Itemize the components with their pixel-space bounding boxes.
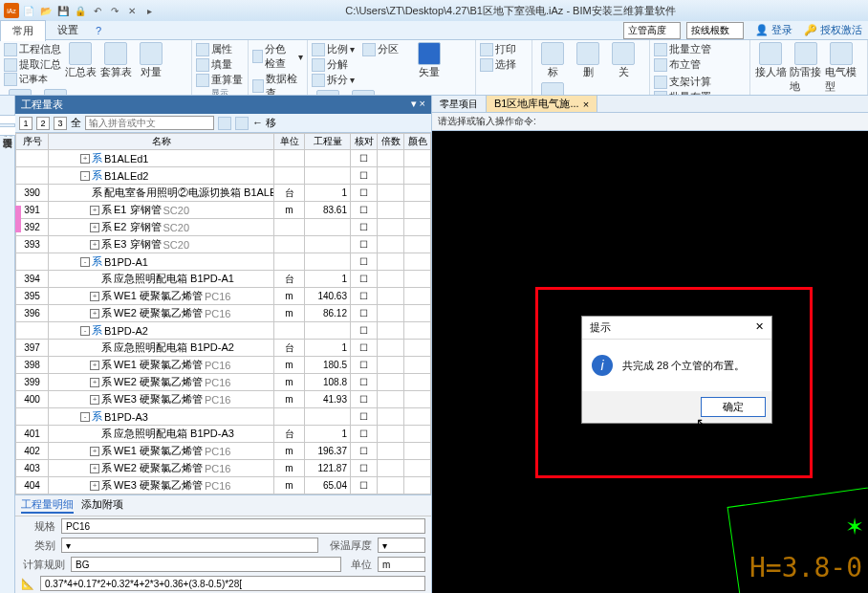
search-input[interactable] (85, 116, 214, 130)
table-row[interactable]: -系 B1PD-A3 ☐ (16, 408, 431, 426)
dialog-close-icon[interactable]: ✕ (755, 320, 764, 335)
table-row[interactable]: 393 +系 E3 穿钢管 SC20 ☐ (16, 236, 431, 253)
table-row[interactable]: +系 B1ALEd1 ☐ (16, 150, 431, 167)
rb-explode[interactable]: 分解 (312, 57, 359, 72)
table-row[interactable]: 401 系 应急照明配电箱 B1PD-A3 台1 ☐ (16, 426, 431, 443)
qat-btn[interactable]: 📄 (21, 3, 36, 18)
quick-access-toolbar: iAz 📄 📂 💾 🔒 ↶ ↷ ✕ ▸ (4, 3, 157, 18)
panel-close-icon[interactable]: ▾ × (411, 98, 425, 112)
field-spec[interactable]: PC16 (61, 518, 425, 534)
table-row[interactable]: 403 +系 WE2 硬聚氯乙烯管 PC16 m121.87 ☐ (16, 460, 431, 477)
table-row[interactable]: -系 B1ALEd2 ☐ (16, 167, 431, 185)
tab-help-icon[interactable]: ? (90, 25, 107, 36)
col-color: 颜色 (404, 134, 431, 150)
col-check: 核对 (351, 134, 378, 150)
rb-datacheck[interactable]: 数据检查 (252, 72, 303, 96)
move-icon[interactable]: ← 移 (252, 116, 276, 130)
rb-attr[interactable]: 属性 (196, 42, 244, 56)
qat-btn[interactable]: ✕ (124, 3, 140, 18)
table-row[interactable]: 396 +系 WE2 硬聚氯乙烯管 PC16 m86.12 ☐ (16, 305, 431, 322)
qat-btn[interactable]: 💾 (55, 3, 71, 18)
rb-colorcheck[interactable]: 分色检查▾ (252, 42, 303, 71)
rb-del[interactable]: 删 (572, 42, 604, 79)
table-row[interactable]: -系 B1PD-A1 ☐ (16, 253, 431, 271)
qat-btn[interactable]: ↷ (107, 3, 122, 18)
rb-zone[interactable]: 分区 (362, 42, 410, 56)
rb-scale[interactable]: 比例▾ (312, 42, 359, 56)
rb-external[interactable]: 外部工程 (4, 89, 36, 96)
rb-lightning[interactable]: 防雷接地 (790, 42, 822, 94)
rb-notes[interactable]: 记事本 (4, 73, 61, 86)
rb-mark[interactable]: 标 (536, 42, 569, 79)
command-line[interactable]: 请选择或输入操作命令: (432, 113, 868, 131)
table-row[interactable]: 390 系 配电室备用照明②电源切换箱 B1ALEd2 台1 ☐ (16, 185, 431, 202)
message-dialog: 提示 ✕ i 共完成 28 个立管的布置。 确定 (581, 316, 772, 424)
rb-extract[interactable]: 提取汇总 (4, 57, 61, 72)
col-name: 名称 (49, 134, 274, 150)
qat-btn[interactable]: ▸ (141, 3, 157, 18)
rb-fill[interactable]: 填量 (196, 57, 244, 72)
doc-tab-active[interactable]: B1区地库电气施... × (487, 96, 597, 112)
login-button[interactable]: 👤 登录 (749, 23, 798, 37)
rb-split[interactable]: 拆分▾ (312, 73, 359, 87)
table-row[interactable]: 391 +系 E1 穿钢管 SC20 m83.61 ☐ (16, 202, 431, 219)
search-icon[interactable] (218, 117, 231, 130)
rb-emodel[interactable]: 电气模型 (825, 42, 857, 94)
field-formula[interactable]: 0.37*4+0.17*2+0.32*4+2*3+0.36+(3.8-0.5)*… (40, 576, 425, 591)
all-icon[interactable]: 全 (71, 116, 81, 130)
rb-pipe[interactable]: 布立管 (654, 57, 711, 72)
quantity-grid[interactable]: 序号 名称 单位 工程量 核对 倍数 颜色 +系 B1ALEd1 ☐ -系 B1… (15, 133, 431, 494)
ribbon-tabs: 常用 设置 ? 立管高度 按线根数 👤 登录 🔑 授权激活 (0, 21, 868, 40)
col-qty: 工程量 (305, 134, 351, 150)
rb-close[interactable]: 关 (607, 42, 640, 79)
table-row[interactable]: 394 系 应急照明配电箱 B1PD-A1 台1 ☐ (16, 271, 431, 288)
field-cat[interactable]: ▾ (61, 538, 318, 553)
level-3[interactable]: 3 (54, 117, 67, 130)
rb-compare[interactable]: 对量 (135, 42, 167, 79)
combo-pipe-height[interactable]: 立管高度 (623, 22, 681, 39)
qat-btn[interactable]: 🔒 (73, 3, 88, 18)
level-1[interactable]: 1 (19, 117, 33, 130)
vtab-block[interactable]: 图块管理 (0, 126, 16, 136)
doc-tab[interactable]: 零星项目 (432, 96, 487, 112)
field-rule[interactable]: BG (71, 557, 341, 572)
level-2[interactable]: 2 (36, 117, 50, 130)
rb-recalc[interactable]: 重算量 (196, 73, 244, 87)
table-row[interactable]: 392 +系 E2 穿钢管 SC20 ☐ (16, 219, 431, 236)
table-row[interactable]: 397 系 应急照明配电箱 B1PD-A2 台1 ☐ (16, 340, 431, 357)
field-ins[interactable]: ▾ (378, 538, 425, 553)
rb-batchpipe[interactable]: 批量立管 (654, 42, 711, 56)
vtab-project[interactable]: 项目管理 (0, 115, 16, 124)
table-row[interactable]: 395 +系 WE1 硬聚氯乙烯管 PC16 m140.63 ☐ (16, 288, 431, 305)
tab-close-icon[interactable]: × (583, 99, 589, 110)
qat-btn[interactable]: ↶ (90, 3, 105, 18)
table-row[interactable]: 399 +系 WE2 硬聚氯乙烯管 PC16 m108.8 ☐ (16, 374, 431, 391)
lbl-unit: 单位 (347, 558, 372, 572)
rb-3d[interactable]: 三维管线 (39, 89, 72, 96)
field-unit[interactable]: m (378, 557, 425, 572)
rb-vector[interactable]: 矢量 (413, 42, 445, 79)
table-row[interactable]: 402 +系 WE1 硬聚氯乙烯管 PC16 m196.37 ☐ (16, 443, 431, 460)
table-row[interactable]: 398 +系 WE1 硬聚氯乙烯管 PC16 m180.5 ☐ (16, 357, 431, 374)
rb-print[interactable]: 打印 (480, 42, 528, 56)
combo-line-count[interactable]: 按线根数 (686, 22, 744, 39)
table-row[interactable]: 400 +系 WE3 硬聚氯乙烯管 PC16 m41.93 ☐ (16, 391, 431, 408)
rb-area[interactable]: 区域 (536, 82, 569, 96)
table-row[interactable]: -系 B1PD-A2 ☐ (16, 322, 431, 340)
rb-wall[interactable]: 接人墙 (754, 42, 787, 79)
ribbon: 工程信息 提取汇总 记事本 汇总表 套算表 对量 外部工程 三维管线 工程 属性… (0, 40, 868, 96)
rb-project-info[interactable]: 工程信息 (4, 42, 61, 56)
refresh-icon[interactable] (235, 117, 249, 130)
tab-common[interactable]: 常用 (0, 20, 46, 41)
tab-settings[interactable]: 设置 (46, 20, 90, 40)
auth-button[interactable]: 🔑 授权激活 (798, 23, 868, 37)
dtab-detail[interactable]: 工程量明细 (21, 497, 74, 514)
rb-select[interactable]: 选择 (480, 57, 528, 72)
rb-support[interactable]: 支架计算 (654, 75, 711, 89)
rb-calc[interactable]: 套算表 (99, 42, 132, 79)
dtab-add[interactable]: 添加附项 (81, 497, 123, 514)
rb-summary[interactable]: 汇总表 (64, 42, 97, 79)
qat-btn[interactable]: 📂 (38, 3, 54, 18)
ok-button[interactable]: 确定 (701, 397, 766, 417)
table-row[interactable]: 404 +系 WE3 硬聚氯乙烯管 PC16 m65.04 ☐ (16, 477, 431, 494)
